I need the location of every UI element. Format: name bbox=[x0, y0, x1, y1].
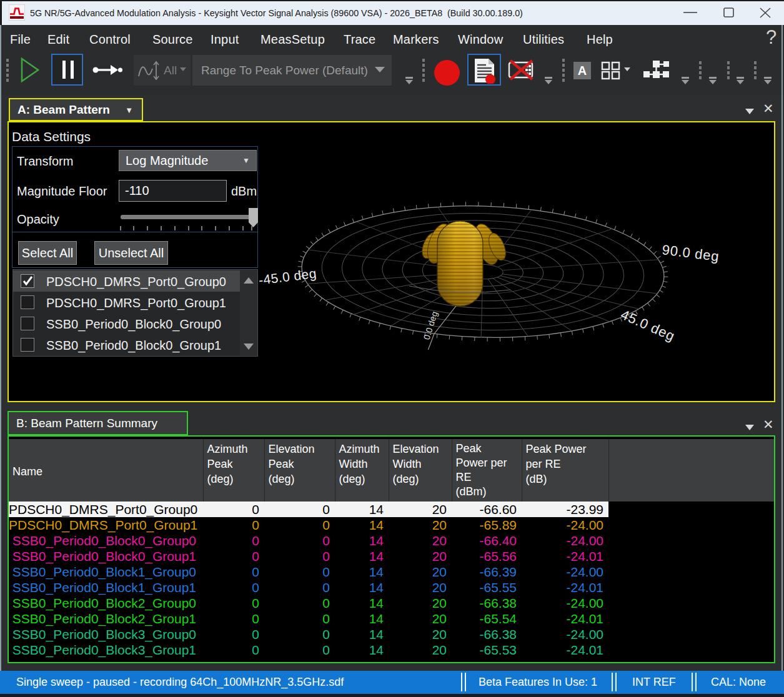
svg-text:45.0 deg: 45.0 deg bbox=[618, 307, 677, 344]
svg-text:90.0 deg: 90.0 deg bbox=[661, 242, 720, 264]
svg-text:-45.0 deg: -45.0 deg bbox=[259, 266, 317, 287]
